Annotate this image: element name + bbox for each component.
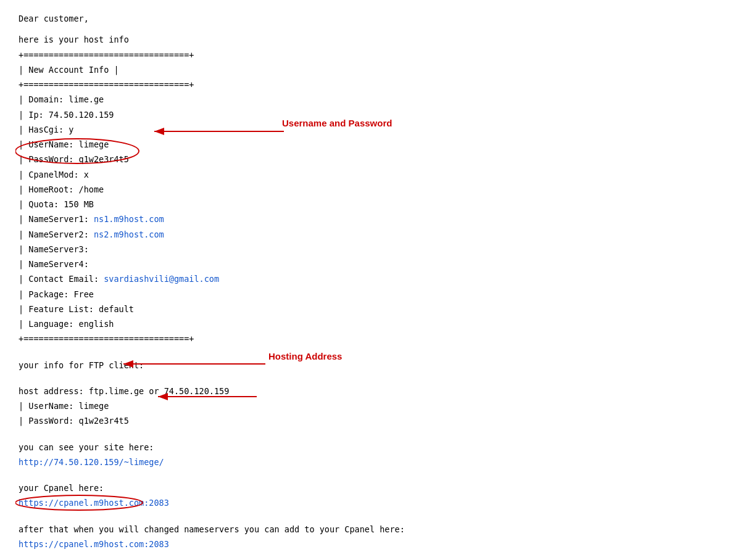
ftp-user: | UserName: limege xyxy=(19,400,737,412)
field-contact: | Contact Email: svardiashvili@gmail.com xyxy=(19,273,737,285)
after-label: after that when you will changed nameser… xyxy=(19,523,737,535)
field-homeroot: | HomeRoot: /home xyxy=(19,183,737,196)
cpanel-label: your Cpanel here: xyxy=(19,482,737,494)
separator3: +=================================+ xyxy=(19,332,737,345)
greeting: Dear customer, xyxy=(19,12,737,25)
site-label: you can see your site here: xyxy=(19,441,737,453)
section-title: | New Account Info | xyxy=(19,64,737,76)
intro: here is your host info xyxy=(19,33,737,46)
field-domain: | Domain: lime.ge xyxy=(19,93,737,105)
field-ns1: | NameServer1: ns1.m9host.com xyxy=(19,213,737,225)
ns1-link[interactable]: ns1.m9host.com xyxy=(94,214,164,224)
separator2: +=================================+ xyxy=(19,78,737,91)
contact-link[interactable]: svardiashvili@gmail.com xyxy=(104,274,219,284)
field-package: | Package: Free xyxy=(19,288,737,300)
ns2-link[interactable]: ns2.m9host.com xyxy=(94,229,164,239)
ftp-pass: | PassWord: q1w2e3r4t5 xyxy=(19,415,737,427)
field-language: | Language: english xyxy=(19,318,737,330)
field-quota: | Quota: 150 MB xyxy=(19,198,737,210)
credentials-label: Username and Password xyxy=(282,118,392,128)
separator1: +=================================+ xyxy=(19,49,737,61)
field-ns2: | NameServer2: ns2.m9host.com xyxy=(19,228,737,241)
field-password: | PassWord: q1w2e3r4t5 xyxy=(19,153,129,165)
cpanel-url-line: https://cpanel.m9host.com:2083 xyxy=(19,497,169,509)
field-ns3: | NameServer3: xyxy=(19,243,737,255)
hosting-label: Hosting Address xyxy=(268,351,342,361)
ftp-host: host address: ftp.lime.ge or 74.50.120.1… xyxy=(19,385,737,397)
field-ns4: | NameServer4: xyxy=(19,258,737,270)
field-cpanelmod: | CpanelMod: x xyxy=(19,168,737,181)
site-url-line: http://74.50.120.159/~limege/ xyxy=(19,456,737,468)
site-url-link[interactable]: http://74.50.120.159/~limege/ xyxy=(19,457,164,467)
ftp-intro: your info for FTP client: xyxy=(19,359,737,371)
field-username: | UserName: limege xyxy=(19,138,129,151)
field-featurelist: | Feature List: default xyxy=(19,303,737,315)
email-body: Dear customer, here is your host info +=… xyxy=(19,12,737,557)
cpanel-link[interactable]: https://cpanel.m9host.com:2083 xyxy=(19,498,169,508)
after-url-line: https://cpanel.m9host.com:2083 xyxy=(19,538,737,550)
after-cpanel-link[interactable]: https://cpanel.m9host.com:2083 xyxy=(19,539,169,549)
